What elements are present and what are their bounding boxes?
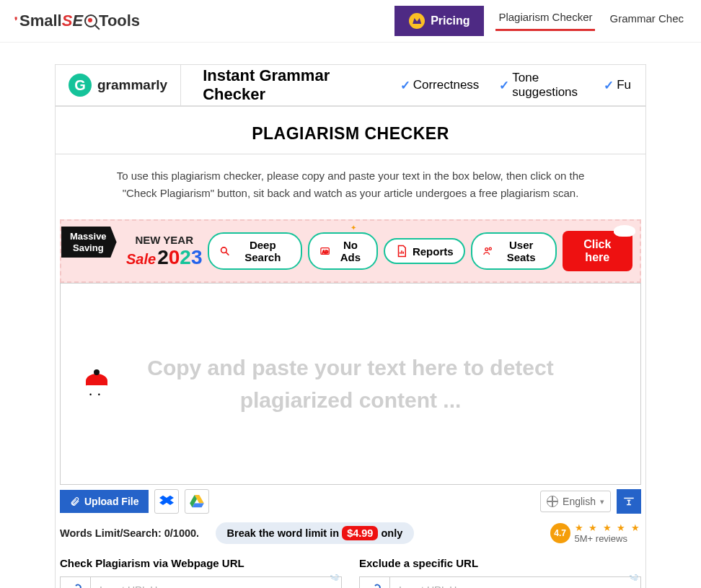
- reports-icon: [395, 245, 408, 258]
- instructions: To use this plagiarism checker, please c…: [56, 154, 645, 219]
- pill-reports[interactable]: Reports: [384, 238, 465, 264]
- exclude-url-label: Exclude a specific URL: [359, 557, 641, 569]
- google-drive-button[interactable]: [185, 489, 209, 514]
- grammarly-icon: G: [69, 74, 92, 97]
- crown-icon: [409, 13, 425, 29]
- exclude-url-input[interactable]: [390, 577, 640, 588]
- header: ❜ Small S E Tools Pricing Plagiarism Che…: [0, 0, 701, 43]
- ad-check-correctness: ✓Correctness: [400, 71, 480, 100]
- logo[interactable]: ❜ Small S E Tools: [14, 12, 140, 30]
- pricing-button[interactable]: Pricing: [394, 6, 484, 36]
- price-tag: $4.99: [342, 526, 378, 540]
- pill-user-seats[interactable]: User Seats: [471, 232, 557, 270]
- promo-strip: Massive Saving NEW YEAR Sale 2023 Deep S…: [60, 219, 641, 283]
- paperclip-icon: [70, 496, 80, 506]
- massive-saving-badge: Massive Saving: [60, 227, 117, 258]
- ad-banner[interactable]: G grammarly Instant Grammar Checker ✓Cor…: [55, 64, 646, 106]
- text-tool-button[interactable]: [617, 489, 641, 514]
- svg-point-0: [221, 247, 227, 253]
- click-here-button[interactable]: Click here: [563, 231, 632, 271]
- users-icon: [482, 245, 493, 258]
- language-select[interactable]: English ▾: [540, 491, 611, 512]
- main-card: PLAGIARISM CHECKER To use this plagiaris…: [55, 106, 646, 588]
- logo-text-s: S: [62, 12, 73, 30]
- link-icon: [360, 577, 390, 588]
- svg-text:AD: AD: [322, 250, 328, 254]
- rating-score: 4.7: [550, 523, 570, 543]
- upload-file-button[interactable]: Upload File: [60, 490, 149, 513]
- santa-icon: [81, 374, 113, 408]
- check-icon: ✓: [400, 78, 410, 93]
- ad-logo: G grammarly: [56, 65, 181, 105]
- svg-line-1: [226, 253, 229, 255]
- svg-point-4: [485, 248, 488, 251]
- top-nav: Pricing Plagiarism Checker Grammar Chec: [394, 6, 687, 36]
- ad-brand: grammarly: [97, 77, 167, 93]
- check-url-input[interactable]: [91, 577, 341, 588]
- dropbox-icon: [159, 495, 174, 508]
- text-width-icon: [622, 495, 635, 508]
- pill-deep-search[interactable]: Deep Search: [208, 232, 301, 270]
- no-ads-icon: AD: [319, 245, 330, 258]
- editor-toolbar: Upload File English ▾: [60, 489, 641, 514]
- rating-box[interactable]: 4.7 ★ ★ ★ ★ ★ 5M+ reviews: [550, 522, 641, 544]
- globe-icon: [547, 496, 558, 507]
- chevron-down-icon: ▾: [600, 497, 604, 506]
- ad-checks: ✓Correctness ✓Tone suggestions ✓Fu: [400, 71, 645, 100]
- newyear-sale: NEW YEAR Sale 2023: [126, 234, 202, 269]
- logo-text-small: Small: [19, 12, 62, 30]
- svg-point-5: [489, 247, 491, 250]
- pill-no-ads[interactable]: AD No Ads: [308, 232, 378, 270]
- snow-icon: [614, 225, 635, 237]
- words-limit: Words Limit/Search: 0/1000.: [60, 527, 199, 539]
- exclude-url-input-wrap: ༄: [359, 576, 641, 588]
- page-title: PLAGIARISM CHECKER: [56, 107, 645, 154]
- info-row: Words Limit/Search: 0/1000. Break the wo…: [56, 522, 645, 544]
- check-url-label: Check Plagiarism via Webpage URL: [60, 557, 342, 569]
- url-section: Check Plagiarism via Webpage URL ༄ Exclu…: [60, 557, 641, 588]
- logo-text-e: E: [72, 12, 83, 30]
- dropbox-button[interactable]: [154, 489, 179, 514]
- exclude-url-column: Exclude a specific URL ༄: [359, 557, 641, 588]
- words-limit-group: Words Limit/Search: 0/1000. Break the wo…: [60, 522, 414, 544]
- editor-placeholder: Copy and paste your text here to detect …: [61, 351, 640, 416]
- check-icon: ✓: [604, 78, 614, 93]
- text-input-area[interactable]: Copy and paste your text here to detect …: [60, 283, 641, 485]
- stars-icon: ★ ★ ★ ★ ★: [575, 522, 641, 533]
- nav-plagiarism-checker[interactable]: Plagiarism Checker: [495, 11, 595, 31]
- reviews-count: 5M+ reviews: [575, 533, 641, 544]
- ad-title: Instant Grammar Checker: [181, 66, 400, 104]
- logo-text-tools: Tools: [99, 12, 140, 30]
- nav-grammar-checker[interactable]: Grammar Chec: [607, 12, 687, 30]
- feather-icon: ❜: [14, 15, 18, 27]
- check-url-input-wrap: ༄: [60, 576, 342, 588]
- check-icon: ✓: [499, 78, 509, 93]
- wisp-icon: ༄: [630, 570, 638, 588]
- ad-check-fu: ✓Fu: [604, 71, 631, 100]
- gdrive-icon: [190, 495, 204, 508]
- magnify-icon: [84, 14, 97, 27]
- link-icon: [61, 577, 91, 588]
- break-limit-pill[interactable]: Break the word limit in $4.99 only: [216, 522, 415, 544]
- search-icon: [219, 245, 230, 258]
- check-url-column: Check Plagiarism via Webpage URL ༄: [60, 557, 342, 588]
- pricing-label: Pricing: [431, 14, 469, 27]
- ad-check-tone: ✓Tone suggestions: [499, 71, 583, 100]
- wisp-icon: ༄: [330, 570, 338, 588]
